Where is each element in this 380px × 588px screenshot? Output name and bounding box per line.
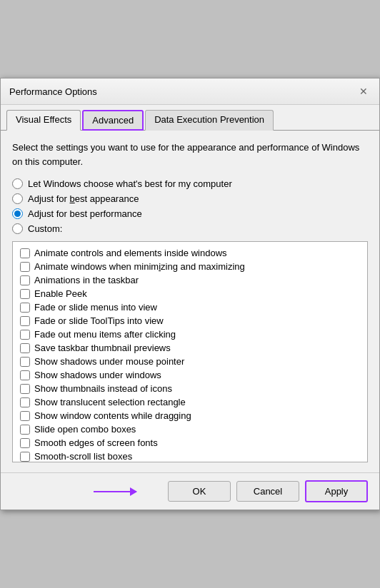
cb-label: Save taskbar thumbnail previews [34, 343, 171, 353]
tab-content: Select the settings you want to use for … [1, 131, 379, 472]
radio-option-custom[interactable]: Custom: [12, 223, 368, 234]
cb-label: Smooth-scroll list boxes [34, 451, 132, 462]
cb-slide-combo[interactable] [20, 425, 30, 435]
cb-fade-menu-items[interactable] [20, 330, 30, 340]
cb-shadow-pointer[interactable] [20, 357, 30, 367]
cb-fade-slide-menus[interactable] [20, 303, 30, 313]
button-bar: OK Cancel Apply [1, 472, 379, 510]
list-item[interactable]: Save taskbar thumbnail previews [16, 341, 364, 355]
list-item[interactable]: Fade out menu items after clicking [16, 328, 364, 341]
cb-label: Slide open combo boxes [34, 424, 136, 435]
radio-appearance-label: Adjust for best appearance [28, 193, 139, 204]
list-item[interactable]: Smooth-scroll list boxes [16, 450, 364, 462]
cb-label: Fade or slide menus into view [34, 302, 157, 313]
radio-performance-label: Adjust for best performance [28, 208, 142, 219]
radio-group: Let Windows choose what's best for my co… [12, 178, 368, 234]
list-item[interactable]: Fade or slide ToolTips into view [16, 314, 364, 328]
list-item[interactable]: Animate windows when minimizing and maxi… [16, 260, 364, 273]
tab-visual-effects[interactable]: Visual Effects [6, 110, 81, 131]
list-item[interactable]: Slide open combo boxes [16, 422, 364, 436]
cb-label: Show shadows under mouse pointer [34, 356, 184, 367]
dialog-title: Performance Options [9, 86, 97, 97]
cb-smooth-scroll[interactable] [20, 452, 30, 462]
list-item[interactable]: Show thumbnails instead of icons [16, 382, 364, 395]
tab-data-execution[interactable]: Data Execution Prevention [145, 110, 274, 131]
radio-performance[interactable] [12, 208, 23, 219]
apply-button[interactable]: Apply [305, 480, 368, 502]
cb-animations-taskbar[interactable] [20, 275, 30, 285]
radio-option-appearance[interactable]: Adjust for best appearance [12, 193, 368, 204]
cb-label: Show thumbnails instead of icons [34, 383, 172, 394]
close-button[interactable]: ✕ [356, 84, 371, 98]
cb-save-taskbar[interactable] [20, 343, 30, 353]
cb-label: Animate controls and elements inside win… [34, 248, 227, 258]
cb-label: Fade or slide ToolTips into view [34, 315, 164, 326]
radio-option-performance[interactable]: Adjust for best performance [12, 208, 368, 219]
cb-thumbnails[interactable] [20, 384, 30, 394]
list-item[interactable]: Show shadows under mouse pointer [16, 355, 364, 368]
performance-options-dialog: Performance Options ✕ Visual Effects Adv… [0, 78, 380, 510]
cb-label: Show window contents while dragging [34, 410, 191, 421]
checkbox-list-container: Animate controls and elements inside win… [12, 241, 368, 462]
cb-label: Show shadows under windows [34, 370, 161, 380]
cb-label: Animations in the taskbar [34, 275, 139, 285]
arrow-annotation [94, 491, 136, 492]
radio-windows-label: Let Windows choose what's best for my co… [28, 178, 232, 189]
cb-label: Enable Peek [34, 288, 87, 299]
list-item[interactable]: Fade or slide menus into view [16, 300, 364, 314]
description-text: Select the settings you want to use for … [12, 141, 368, 168]
list-item[interactable]: Animate controls and elements inside win… [16, 246, 364, 260]
cb-label: Show translucent selection rectangle [34, 397, 186, 407]
cb-animate-windows[interactable] [20, 262, 30, 272]
cb-label: Animate windows when minimizing and maxi… [34, 261, 245, 272]
cb-enable-peek[interactable] [20, 289, 30, 299]
list-item[interactable]: Smooth edges of screen fonts [16, 436, 364, 450]
tabs-container: Visual Effects Advanced Data Execution P… [1, 105, 379, 131]
cancel-button[interactable]: Cancel [236, 481, 299, 502]
cb-window-contents-drag[interactable] [20, 411, 30, 421]
ok-button[interactable]: OK [168, 481, 231, 502]
radio-custom-label: Custom: [28, 223, 62, 234]
list-item[interactable]: Show window contents while dragging [16, 409, 364, 422]
cb-shadow-windows[interactable] [20, 370, 30, 380]
list-item[interactable]: Show translucent selection rectangle [16, 395, 364, 409]
radio-custom[interactable] [12, 223, 23, 234]
cb-smooth-fonts[interactable] [20, 438, 30, 448]
radio-appearance[interactable] [12, 193, 23, 204]
radio-option-windows[interactable]: Let Windows choose what's best for my co… [12, 178, 368, 189]
cb-animate-controls[interactable] [20, 248, 30, 258]
cb-label: Smooth edges of screen fonts [34, 437, 158, 448]
list-item[interactable]: Enable Peek [16, 287, 364, 300]
radio-windows[interactable] [12, 178, 23, 189]
list-item[interactable]: Show shadows under windows [16, 368, 364, 382]
list-item[interactable]: Animations in the taskbar [16, 273, 364, 287]
cb-fade-slide-tooltips[interactable] [20, 316, 30, 326]
title-bar: Performance Options ✕ [1, 78, 379, 105]
cb-translucent-selection[interactable] [20, 397, 30, 407]
tab-advanced[interactable]: Advanced [82, 110, 144, 131]
cb-label: Fade out menu items after clicking [34, 329, 176, 340]
